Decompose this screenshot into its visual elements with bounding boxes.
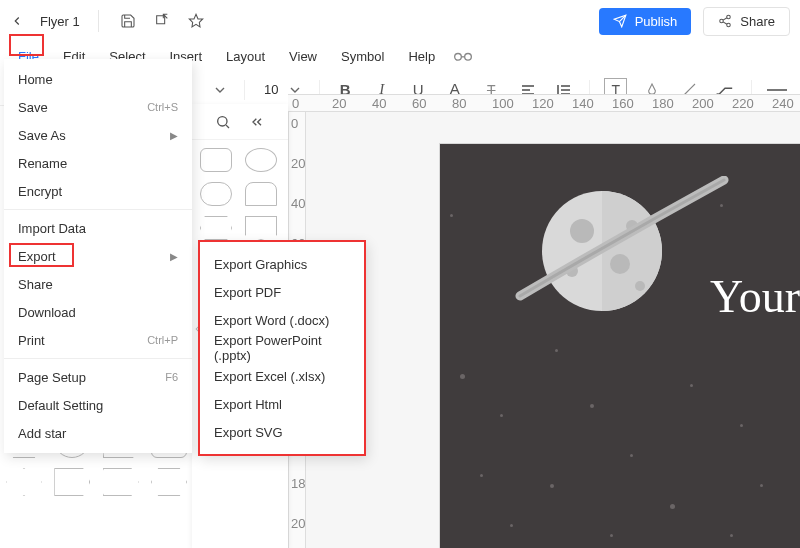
menu-item-rename[interactable]: Rename xyxy=(4,149,192,177)
star-dot xyxy=(500,414,503,417)
star-dot xyxy=(510,524,513,527)
star-dot xyxy=(450,214,453,217)
publish-label: Publish xyxy=(635,14,678,29)
star-dot xyxy=(590,404,594,408)
shape-rounded-rect[interactable] xyxy=(200,148,232,172)
export-graphics[interactable]: Export Graphics xyxy=(200,250,364,278)
menu-item-encrypt[interactable]: Encrypt xyxy=(4,177,192,205)
svg-point-1 xyxy=(727,15,731,18)
export-icon[interactable] xyxy=(151,10,173,32)
star-dot xyxy=(630,454,633,457)
glasses-icon[interactable] xyxy=(453,49,473,63)
shape-pill[interactable] xyxy=(200,182,232,206)
shape-tag[interactable] xyxy=(54,468,90,496)
svg-line-4 xyxy=(723,18,727,20)
share-icon xyxy=(718,14,732,28)
menu-item-save[interactable]: SaveCtrl+S xyxy=(4,93,192,121)
svg-line-23 xyxy=(226,125,229,128)
menu-item-default-setting[interactable]: Default Setting xyxy=(4,391,192,419)
menu-symbol[interactable]: Symbol xyxy=(331,45,394,68)
shape-ellipse[interactable] xyxy=(245,148,277,172)
menu-item-share[interactable]: Share xyxy=(4,270,192,298)
svg-point-21 xyxy=(635,281,645,291)
star-dot xyxy=(555,349,558,352)
menu-item-export[interactable]: Export▶ xyxy=(4,242,192,270)
publish-button[interactable]: Publish xyxy=(599,8,692,35)
svg-marker-0 xyxy=(189,14,202,27)
page-canvas[interactable]: Your xyxy=(440,144,800,548)
star-dot xyxy=(760,484,763,487)
menu-item-print[interactable]: PrintCtrl+P xyxy=(4,326,192,354)
svg-point-17 xyxy=(570,219,594,243)
menu-item-home[interactable]: Home xyxy=(4,65,192,93)
export-excel[interactable]: Export Excel (.xlsx) xyxy=(200,362,364,390)
star-dot xyxy=(670,504,675,509)
share-button[interactable]: Share xyxy=(703,7,790,36)
title-bar: Flyer 1 Publish Share xyxy=(0,0,800,42)
star-dot xyxy=(730,534,733,537)
star-dot xyxy=(550,484,554,488)
menu-item-save-as[interactable]: Save As▶ xyxy=(4,121,192,149)
export-html[interactable]: Export Html xyxy=(200,390,364,418)
collapse-icon[interactable] xyxy=(249,114,265,130)
star-dot xyxy=(480,474,483,477)
export-word[interactable]: Export Word (.docx) xyxy=(200,306,364,334)
shape-banner[interactable] xyxy=(245,216,277,240)
search-icon[interactable] xyxy=(215,114,231,130)
menu-view[interactable]: View xyxy=(279,45,327,68)
star-dot xyxy=(460,374,465,379)
shape-arrow[interactable] xyxy=(103,468,139,496)
shape-hex[interactable] xyxy=(151,468,187,496)
save-icon[interactable] xyxy=(117,10,139,32)
export-submenu: Export Graphics Export PDF Export Word (… xyxy=(198,240,366,456)
chevron-right-icon: ▶ xyxy=(170,251,178,262)
star-dot xyxy=(690,384,693,387)
menu-item-download[interactable]: Download xyxy=(4,298,192,326)
divider xyxy=(98,10,99,32)
menu-item-page-setup[interactable]: Page SetupF6 xyxy=(4,363,192,391)
back-icon[interactable] xyxy=(10,14,24,28)
chevron-right-icon: ▶ xyxy=(170,130,178,141)
shape-diamond2[interactable] xyxy=(6,468,42,496)
star-icon[interactable] xyxy=(185,10,207,32)
menu-layout[interactable]: Layout xyxy=(216,45,275,68)
export-svg[interactable]: Export SVG xyxy=(200,418,364,446)
export-pdf[interactable]: Export PDF xyxy=(200,278,364,306)
planet-illustration xyxy=(512,176,672,326)
menu-item-add-star[interactable]: Add star xyxy=(4,419,192,447)
svg-point-7 xyxy=(465,54,472,61)
menu-help[interactable]: Help xyxy=(398,45,445,68)
svg-point-6 xyxy=(455,54,462,61)
menu-item-import-data[interactable]: Import Data xyxy=(4,214,192,242)
svg-line-5 xyxy=(723,22,727,24)
share-label: Share xyxy=(740,14,775,29)
shape-half[interactable] xyxy=(245,182,277,206)
svg-point-22 xyxy=(218,116,227,125)
ruler-horizontal: 0 20 40 60 80 100 120 140 160 180 200 22… xyxy=(288,94,800,112)
file-dropdown: Home SaveCtrl+S Save As▶ Rename Encrypt … xyxy=(4,59,192,453)
page-title-text: Your xyxy=(710,270,800,323)
svg-point-2 xyxy=(720,19,724,23)
star-dot xyxy=(740,424,743,427)
svg-point-3 xyxy=(727,23,731,27)
svg-point-18 xyxy=(610,254,630,274)
shape-hexagon[interactable] xyxy=(200,216,232,240)
send-icon xyxy=(613,14,627,28)
font-dropdown[interactable] xyxy=(210,82,230,98)
document-name[interactable]: Flyer 1 xyxy=(40,14,80,29)
star-dot xyxy=(610,534,613,537)
export-powerpoint[interactable]: Export PowerPoint (.pptx) xyxy=(200,334,364,362)
